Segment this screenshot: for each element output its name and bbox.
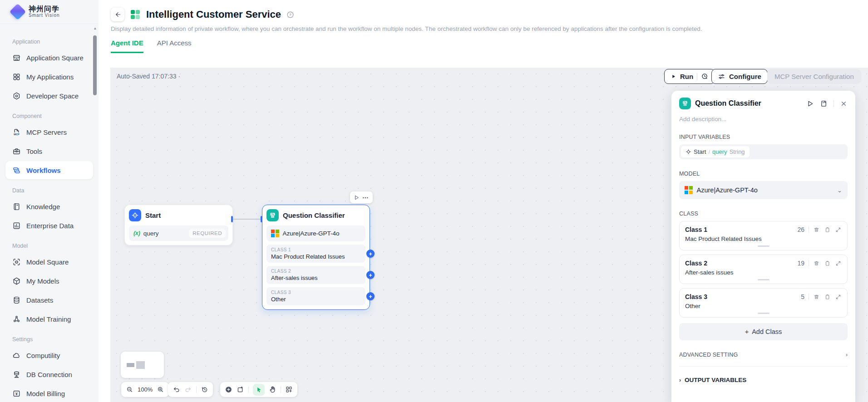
scrollbar-thumb[interactable] — [93, 35, 97, 95]
configure-label: Configure — [729, 73, 761, 80]
panel-divider — [833, 100, 834, 107]
close-icon[interactable] — [840, 100, 848, 108]
expand-icon[interactable] — [835, 294, 842, 300]
zoom-level[interactable]: 100% — [138, 386, 153, 393]
app-logo[interactable]: 神州问学 Smart Vision — [0, 0, 99, 24]
auto-layout-icon[interactable] — [285, 386, 293, 393]
delete-icon[interactable] — [813, 226, 820, 233]
minimap[interactable] — [121, 352, 164, 378]
save-icon[interactable] — [820, 100, 828, 108]
page-title: Intelligent Customer Service — [146, 9, 281, 20]
delete-icon[interactable] — [813, 260, 820, 267]
input-variables-label: INPUT VARIABLES — [679, 134, 848, 140]
add-branch-handle[interactable]: + — [366, 292, 375, 300]
sidebar-item-enterprise-data[interactable]: Enterprise Data — [5, 216, 93, 235]
sidebar-item-model-billing[interactable]: ¥ Model Billing — [5, 384, 93, 402]
advanced-setting-row[interactable]: ADVANCED SETTING › — [679, 351, 848, 358]
qc-class-row[interactable]: CLASS 3 Other + — [266, 287, 365, 305]
mcp-server-configuration-button[interactable]: MCP Server Configuration — [767, 69, 861, 84]
tab-api-access[interactable]: API Access — [157, 39, 192, 53]
sidebar-item-knowledge[interactable]: Knowledge — [5, 197, 93, 216]
expand-icon[interactable] — [835, 260, 842, 267]
history-icon[interactable] — [201, 386, 208, 393]
expand-icon[interactable] — [835, 226, 842, 233]
sidebar-item-label: Workflows — [26, 167, 61, 174]
zoom-in-icon[interactable] — [157, 386, 164, 393]
class-description[interactable]: Other — [685, 303, 842, 309]
cloud-icon — [12, 351, 21, 360]
tools-toolbar — [220, 382, 297, 397]
add-note-icon[interactable] — [237, 386, 244, 393]
question-classifier-node[interactable]: Question Classifier Azure|Azure-GPT-4o C… — [262, 205, 370, 310]
sidebar-item-my-models[interactable]: My Models — [5, 272, 93, 290]
sidebar-item-my-applications[interactable]: My Applications — [5, 68, 93, 86]
resize-handle[interactable] — [758, 313, 769, 314]
sidebar-scrollbar[interactable]: ▲ — [92, 25, 98, 397]
class-card[interactable]: Class 3 5 Other — [679, 288, 848, 318]
run-button[interactable]: Run — [664, 69, 715, 84]
zoom-out-icon[interactable] — [126, 386, 133, 393]
sidebar-item-developer-space[interactable]: Developer Space — [5, 87, 93, 105]
node-play-icon[interactable] — [354, 195, 360, 201]
variable-tag[interactable]: Start / query String — [681, 146, 750, 157]
class-card[interactable]: Class 1 26 Mac Product Related Issues — [679, 221, 848, 250]
class-text: Other — [271, 296, 361, 303]
resize-handle[interactable] — [758, 245, 769, 247]
start-variable-row[interactable]: (x) query REQUIRED — [129, 226, 228, 241]
history-toolbar — [168, 382, 213, 397]
sidebar-item-application-square[interactable]: Application Square — [5, 49, 93, 67]
add-branch-handle[interactable]: + — [366, 250, 375, 258]
sidebar-item-model-training[interactable]: Model Training — [5, 310, 93, 328]
copy-icon[interactable] — [824, 260, 831, 267]
sidebar-item-mcp-servers[interactable]: MCP MCP Servers — [5, 123, 93, 141]
description-placeholder[interactable]: Add description... — [679, 116, 848, 123]
redo-icon[interactable] — [184, 386, 192, 393]
node-more-icon[interactable]: ⋯ — [362, 195, 369, 200]
start-node[interactable]: Start (x) query REQUIRED — [124, 205, 233, 245]
class-description[interactable]: After-sales issues — [685, 269, 842, 276]
edge-start-to-classifier — [232, 219, 262, 220]
output-variables-row[interactable]: › OUTPUT VARIABLES — [679, 377, 848, 383]
add-branch-handle[interactable]: + — [366, 271, 375, 279]
qc-class-row[interactable]: CLASS 2 After-sales issues + — [266, 266, 365, 284]
run-history-clock-icon[interactable] — [701, 73, 709, 80]
page-header: Intelligent Customer Service ? — [99, 0, 868, 21]
workflow-app-icon — [130, 9, 141, 20]
class-char-count: 19 — [797, 260, 804, 267]
add-node-icon[interactable] — [225, 386, 232, 393]
delete-icon[interactable] — [813, 294, 820, 300]
workflow-canvas[interactable]: Auto-Saved 17:07:33 · Run Configure MCP … — [110, 68, 868, 402]
sidebar-item-datasets[interactable]: Datasets — [5, 291, 93, 309]
mcp-label: MCP Server Configuration — [774, 73, 854, 80]
help-icon[interactable]: ? — [286, 11, 294, 19]
sidebar-item-workflows[interactable]: Workflows — [5, 161, 93, 179]
sidebar-item-model-square[interactable]: Model Square — [5, 253, 93, 271]
sidebar-item-label: Model Billing — [26, 390, 65, 397]
model-select[interactable]: Azure|Azure-GPT-4o ⌄ — [679, 181, 848, 199]
select-tool-active[interactable] — [253, 384, 265, 396]
scroll-up-arrow-icon[interactable]: ▲ — [92, 25, 98, 32]
hand-tool-icon[interactable] — [269, 386, 276, 393]
back-button[interactable] — [111, 8, 124, 21]
configure-button[interactable]: Configure — [711, 69, 768, 84]
sidebar-item-db-connection[interactable]: DB Connection — [5, 365, 93, 383]
class-card[interactable]: Class 2 19 After-sales issues — [679, 255, 848, 284]
add-class-button[interactable]: + Add Class — [679, 323, 848, 340]
copy-icon[interactable] — [824, 226, 831, 233]
class-label: CLASS 2 — [271, 269, 361, 274]
sidebar-item-tools[interactable]: Tools — [5, 142, 93, 160]
input-variables-field[interactable]: Start / query String — [679, 144, 848, 159]
tab-agent-ide[interactable]: Agent IDE — [111, 39, 143, 53]
microsoft-logo-icon — [271, 230, 279, 238]
sidebar-item-computility[interactable]: Computility — [5, 346, 93, 364]
run-label: Run — [680, 73, 693, 80]
undo-icon[interactable] — [173, 386, 180, 393]
copy-icon[interactable] — [824, 294, 831, 300]
start-crosshair-icon — [686, 149, 691, 155]
resize-handle[interactable] — [758, 279, 769, 280]
source-handle[interactable] — [231, 216, 233, 222]
qc-class-row[interactable]: CLASS 1 Mac Product Related Issues + — [266, 245, 365, 263]
qc-model-chip[interactable]: Azure|Azure-GPT-4o — [266, 226, 365, 241]
panel-play-icon[interactable] — [806, 100, 814, 108]
class-description[interactable]: Mac Product Related Issues — [685, 235, 842, 242]
